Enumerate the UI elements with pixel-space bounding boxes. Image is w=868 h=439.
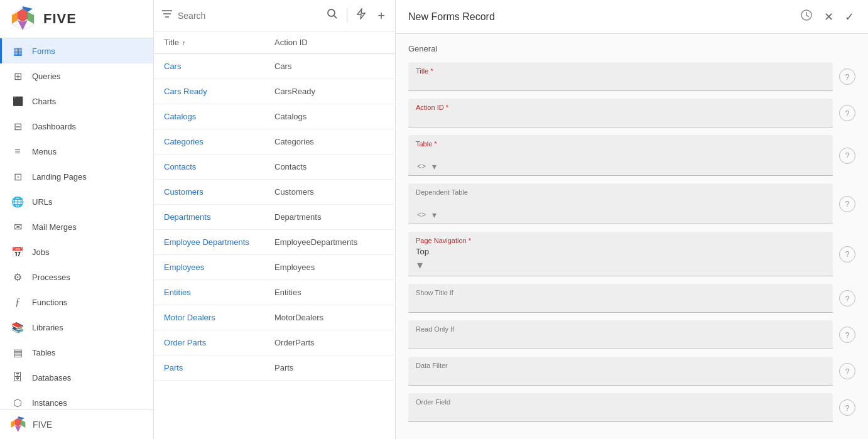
sidebar-item-libraries[interactable]: 📚 Libraries bbox=[0, 315, 153, 340]
row-actionid: EmployeeDepartments bbox=[274, 237, 385, 247]
row-actionid: Catalogs bbox=[274, 112, 385, 121]
table-row[interactable]: Parts Parts bbox=[154, 355, 395, 381]
sidebar-item-instances[interactable]: ⬡ Instances bbox=[0, 390, 153, 409]
field-show-title-if-input[interactable] bbox=[416, 299, 825, 308]
table-row[interactable]: Order Parts OrderParts bbox=[154, 330, 395, 355]
field-dependent-table-code-btn[interactable]: <> bbox=[416, 210, 427, 219]
table-row[interactable]: Customers Customers bbox=[154, 180, 395, 205]
sidebar-item-menus[interactable]: ≡ Menus bbox=[0, 139, 153, 164]
add-button[interactable]: + bbox=[375, 8, 388, 23]
libraries-icon: 📚 bbox=[11, 320, 24, 334]
search-button[interactable] bbox=[324, 7, 340, 24]
row-title: Departments bbox=[164, 212, 274, 222]
field-data-filter-help[interactable]: ? bbox=[839, 363, 855, 379]
field-order-field: Order Field ? bbox=[408, 393, 855, 422]
sidebar-item-processes[interactable]: ⚙ Processes bbox=[0, 264, 153, 290]
field-read-only-if-help[interactable]: ? bbox=[839, 327, 855, 343]
instances-icon: ⬡ bbox=[11, 396, 24, 409]
sidebar-item-charts[interactable]: ⬛ Charts bbox=[0, 89, 153, 114]
sidebar-item-functions[interactable]: ƒ Functions bbox=[0, 290, 153, 315]
close-button[interactable]: ✕ bbox=[823, 9, 835, 25]
field-dependent-table-help[interactable]: ? bbox=[839, 196, 855, 212]
field-read-only-if-input[interactable] bbox=[416, 335, 825, 345]
field-order-field-input[interactable] bbox=[416, 408, 825, 418]
col-title-header: Title ↑ bbox=[164, 38, 274, 47]
sidebar-item-urls[interactable]: 🌐 URLs bbox=[0, 189, 153, 214]
table-row[interactable]: Cars Ready CarsReady bbox=[154, 79, 395, 104]
table-row[interactable]: Contacts Contacts bbox=[154, 154, 395, 180]
field-data-filter-input[interactable] bbox=[416, 372, 825, 381]
table-row[interactable]: Departments Departments bbox=[154, 205, 395, 230]
sidebar-label-mail-merges: Mail Merges bbox=[32, 222, 77, 232]
row-title: Parts bbox=[164, 363, 274, 372]
field-order-field-container: Order Field bbox=[408, 393, 833, 422]
field-read-only-if: Read Only If ? bbox=[408, 320, 855, 349]
svg-line-15 bbox=[334, 16, 337, 18]
field-table-dropdown-btn[interactable]: ▾ bbox=[431, 161, 438, 171]
table-row[interactable]: Categories Categories bbox=[154, 129, 395, 154]
search-input[interactable] bbox=[178, 11, 319, 21]
table-row[interactable]: Entities Entities bbox=[154, 280, 395, 305]
sidebar-nav: ▦ Forms ⊞ Queries ⬛ Charts ⊟ Dashboards … bbox=[0, 38, 153, 409]
table-row[interactable]: Cars Cars bbox=[154, 54, 395, 79]
field-page-navigation-content: Page Navigation * Top bbox=[416, 237, 825, 258]
field-read-only-if-label: Read Only If bbox=[416, 325, 825, 333]
sidebar-label-jobs: Jobs bbox=[32, 247, 49, 257]
logo-area: FIVE bbox=[0, 0, 153, 38]
lightning-button[interactable] bbox=[354, 7, 369, 24]
table-row[interactable]: Employee Departments EmployeeDepartments bbox=[154, 230, 395, 255]
sidebar-label-libraries: Libraries bbox=[32, 323, 63, 332]
table-row[interactable]: Motor Dealers MotorDealers bbox=[154, 305, 395, 330]
sort-asc-icon: ↑ bbox=[182, 39, 186, 46]
confirm-button[interactable]: ✓ bbox=[844, 9, 855, 25]
svg-rect-11 bbox=[162, 10, 172, 11]
field-table-code-btn[interactable]: <> bbox=[416, 162, 427, 171]
filter-icon[interactable] bbox=[161, 9, 173, 22]
field-page-navigation-help[interactable]: ? bbox=[839, 246, 855, 263]
field-table-controls: <> ▾ bbox=[416, 161, 825, 171]
dashboards-icon: ⊟ bbox=[11, 119, 24, 133]
row-title: Cars Ready bbox=[164, 87, 274, 96]
field-order-field-help[interactable]: ? bbox=[839, 399, 855, 416]
field-page-navigation-dropdown-btn[interactable]: ▾ bbox=[416, 258, 424, 272]
sidebar-label-landing-pages: Landing Pages bbox=[32, 172, 87, 182]
field-table: Table * <> ▾ ? bbox=[408, 135, 855, 176]
field-read-only-if-container: Read Only If bbox=[408, 320, 833, 349]
sidebar-item-forms[interactable]: ▦ Forms bbox=[0, 38, 153, 63]
field-title-input[interactable] bbox=[416, 77, 825, 87]
sidebar-item-queries[interactable]: ⊞ Queries bbox=[0, 63, 153, 89]
field-table-help[interactable]: ? bbox=[839, 148, 855, 164]
row-title: Order Parts bbox=[164, 338, 274, 347]
sidebar-item-landing-pages[interactable]: ⊡ Landing Pages bbox=[0, 164, 153, 189]
field-title: Title * ? bbox=[408, 62, 855, 91]
field-action-id-container: Action ID * bbox=[408, 99, 833, 127]
field-title-help[interactable]: ? bbox=[839, 68, 855, 85]
row-actionid: Entities bbox=[274, 288, 385, 297]
field-action-id-input[interactable] bbox=[416, 114, 825, 123]
sidebar-item-jobs[interactable]: 📅 Jobs bbox=[0, 239, 153, 264]
table-row[interactable]: Employees Employees bbox=[154, 255, 395, 280]
functions-icon: ƒ bbox=[11, 295, 24, 309]
row-actionid: Contacts bbox=[274, 162, 385, 171]
jobs-icon: 📅 bbox=[11, 245, 24, 259]
sidebar-item-dashboards[interactable]: ⊟ Dashboards bbox=[0, 114, 153, 139]
history-button[interactable] bbox=[799, 8, 814, 26]
field-data-filter: Data Filter ? bbox=[408, 357, 855, 386]
field-action-id-help[interactable]: ? bbox=[839, 105, 855, 121]
sidebar-item-tables[interactable]: ▤ Tables bbox=[0, 340, 153, 365]
charts-icon: ⬛ bbox=[11, 94, 24, 108]
field-title-container: Title * bbox=[408, 62, 833, 91]
field-action-id: Action ID * ? bbox=[408, 99, 855, 127]
sidebar-item-mail-merges[interactable]: ✉ Mail Merges bbox=[0, 214, 153, 239]
row-actionid: Customers bbox=[274, 187, 385, 197]
five-logo-icon bbox=[9, 6, 37, 31]
field-show-title-if-label: Show Title If bbox=[416, 289, 825, 296]
row-actionid: Employees bbox=[274, 263, 385, 272]
field-dependent-table-dropdown-btn[interactable]: ▾ bbox=[431, 210, 438, 220]
sidebar-item-databases[interactable]: 🗄 Databases bbox=[0, 365, 153, 390]
table-rows: Cars Cars Cars Ready CarsReady Catalogs … bbox=[154, 54, 395, 439]
row-actionid: Parts bbox=[274, 363, 385, 372]
field-show-title-if-help[interactable]: ? bbox=[839, 290, 855, 306]
table-row[interactable]: Catalogs Catalogs bbox=[154, 104, 395, 129]
field-data-filter-label: Data Filter bbox=[416, 362, 825, 369]
